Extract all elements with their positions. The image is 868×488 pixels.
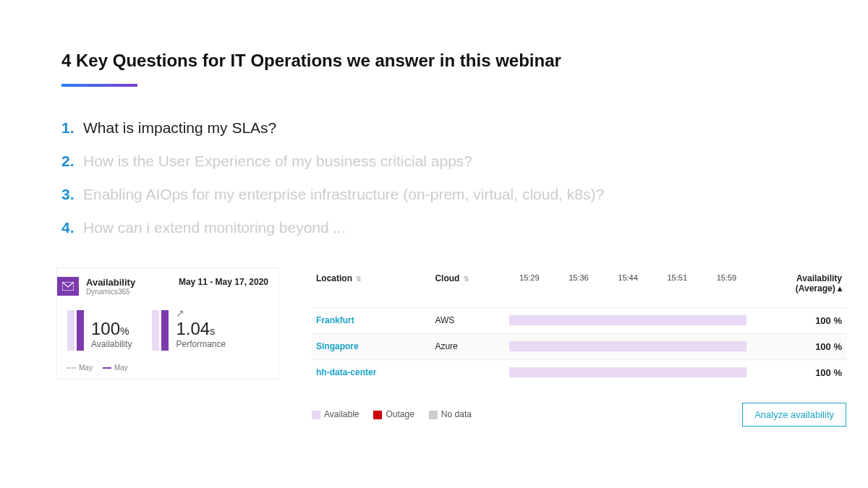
col-availability-avg[interactable]: Availability(Average) ▴ (751, 267, 846, 307)
question-number: 4. (61, 219, 83, 236)
title-underline (61, 84, 137, 87)
cloud-cell: AWS (430, 307, 504, 333)
card-title: Availability (86, 277, 179, 288)
col-time: 15:59 (702, 267, 751, 307)
col-cloud[interactable]: Cloud ⇅ (430, 267, 504, 307)
question-item-4: 4. How can i extend monitoring beyond ..… (61, 219, 807, 236)
question-list: 1. What is impacting my SLAs? 2. How is … (61, 119, 807, 236)
table-row: Singapore Azure 100 % (312, 333, 846, 359)
col-time: 15:44 (603, 267, 652, 307)
availability-metric: 100% Availability (67, 307, 132, 351)
performance-bars-icon (152, 307, 169, 351)
swatch-available-icon (312, 411, 320, 419)
slide-title: 4 Key Questions for IT Operations we ans… (61, 51, 807, 71)
question-item-2: 2. How is the User Experience of my busi… (61, 153, 807, 170)
col-time: 15:51 (652, 267, 702, 307)
sort-icon: ⇅ (356, 275, 362, 283)
availability-timeline (509, 367, 747, 377)
question-item-1: 1. What is impacting my SLAs? (61, 119, 807, 137)
card-legend: May May (57, 361, 278, 372)
question-text: How can i extend monitoring beyond ... (83, 219, 346, 236)
analyze-availability-button[interactable]: Analyze availability (742, 403, 846, 427)
location-link[interactable]: Frankfurt (312, 307, 430, 333)
performance-label: Performance (176, 339, 226, 349)
table-legend: Available Outage No data (312, 409, 472, 419)
performance-metric: ↗ 1.04s Performance (152, 307, 226, 351)
availability-timeline (509, 315, 747, 325)
availability-pct: 100 % (751, 307, 846, 333)
availability-value: 100 (91, 319, 120, 338)
availability-label: Availability (91, 339, 132, 349)
col-time: 15:36 (554, 267, 603, 307)
location-link[interactable]: hh-data-center (312, 359, 430, 385)
availability-table: Location ⇅ Cloud ⇅ 15:29 15:36 15:44 15:… (312, 267, 846, 385)
question-item-3: 3. Enabling AIOps for my enterprise infr… (61, 186, 807, 203)
location-link[interactable]: Singapore (312, 333, 430, 359)
sort-icon: ⇅ (464, 275, 469, 283)
legend-item: May (67, 364, 93, 372)
availability-pct: 100 % (751, 359, 846, 385)
question-text: Enabling AIOps for my enterprise infrast… (83, 186, 604, 203)
legend-nodata: No data (429, 409, 472, 419)
availability-unit: % (120, 325, 129, 337)
mail-icon (57, 277, 79, 296)
question-text: What is impacting my SLAs? (83, 119, 276, 137)
performance-value: 1.04 (176, 319, 210, 338)
cloud-cell (430, 359, 504, 385)
question-number: 2. (61, 153, 83, 170)
question-text: How is the User Experience of my busines… (83, 153, 472, 170)
col-time: 15:29 (505, 267, 554, 307)
availability-table-wrap: Location ⇅ Cloud ⇅ 15:29 15:36 15:44 15:… (312, 267, 846, 427)
card-header: Availability Dynamics365 May 11 - May 17… (57, 268, 278, 303)
availability-bars-icon (67, 307, 84, 351)
swatch-outage-icon (373, 411, 382, 419)
card-subtitle: Dynamics365 (86, 288, 179, 296)
table-row: hh-data-center 100 % (312, 359, 846, 385)
legend-available: Available (312, 409, 359, 419)
legend-item: May (103, 364, 128, 372)
table-row: Frankfurt AWS 100 % (312, 307, 846, 333)
trend-up-icon: ↗ (176, 307, 226, 319)
cloud-cell: Azure (430, 333, 504, 359)
col-location[interactable]: Location ⇅ (312, 267, 430, 307)
question-number: 1. (61, 119, 83, 137)
availability-card: Availability Dynamics365 May 11 - May 17… (56, 267, 279, 380)
card-date-range: May 11 - May 17, 2020 (179, 277, 268, 287)
legend-outage: Outage (373, 409, 414, 419)
availability-pct: 100 % (751, 333, 846, 359)
availability-timeline (509, 341, 747, 351)
swatch-nodata-icon (429, 411, 438, 419)
question-number: 3. (61, 186, 83, 203)
performance-unit: s (210, 325, 215, 337)
